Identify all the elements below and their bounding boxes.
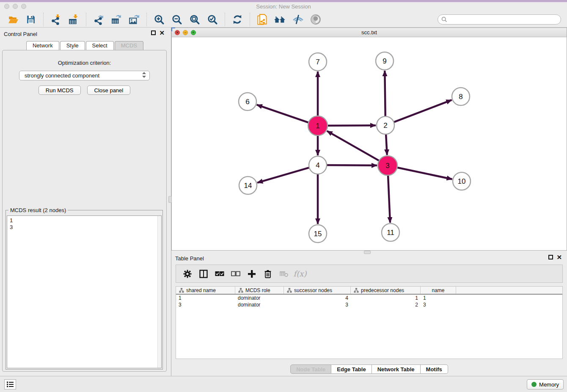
table-cell[interactable]: 1 — [351, 295, 421, 301]
run-mcds-button[interactable]: Run MCDS — [39, 86, 81, 95]
toolbar-separator — [43, 13, 44, 26]
graph-edge-3-10[interactable] — [397, 168, 452, 179]
apply-layout-button[interactable] — [231, 13, 244, 26]
select-all-columns-button[interactable] — [213, 268, 226, 280]
tab-network[interactable]: Network — [26, 41, 59, 50]
status-bar: Memory — [0, 376, 567, 392]
network-view-window: ✕ − + scc.txt 7968124314101511 — [171, 28, 567, 251]
create-column-button[interactable] — [245, 268, 258, 280]
tab-style[interactable]: Style — [60, 41, 85, 50]
open-session-button[interactable] — [6, 13, 20, 26]
network-canvas[interactable]: 7968124314101511 — [172, 37, 567, 250]
table-cell[interactable]: 1 — [176, 295, 235, 301]
search-input[interactable] — [449, 17, 557, 23]
memory-label: Memory — [539, 381, 559, 388]
graph-edge-2-3[interactable] — [386, 134, 387, 155]
table-settings-button[interactable] — [181, 268, 194, 280]
graph-edge-1-6[interactable] — [257, 105, 309, 122]
delete-table-button[interactable] — [278, 268, 290, 280]
network-window-titlebar: ✕ − + scc.txt — [172, 28, 567, 37]
table-cell[interactable]: 4 — [284, 295, 351, 301]
tab-select[interactable]: Select — [86, 41, 114, 50]
deselect-all-columns-button[interactable] — [229, 268, 242, 280]
graph-edge-3-11[interactable] — [388, 175, 390, 223]
tab-node-table[interactable]: Node Table — [290, 364, 331, 374]
table-cell[interactable]: dominator — [235, 295, 284, 301]
zoom-selected-icon — [207, 14, 218, 25]
column-header-name[interactable]: name — [421, 287, 456, 294]
toolbar-separator — [250, 13, 250, 26]
column-header-label: predecessor nodes — [361, 287, 404, 293]
show-all-button[interactable] — [309, 13, 322, 26]
import-table-button[interactable] — [67, 13, 80, 26]
column-header-predecessor-nodes[interactable]: predecessor nodes — [351, 287, 421, 294]
import-network-button[interactable] — [49, 13, 63, 26]
graph-edge-3-1[interactable] — [327, 131, 380, 161]
first-neighbors-button[interactable] — [273, 13, 287, 26]
hide-selected-button[interactable] — [291, 13, 305, 26]
graph-edge-2-9[interactable] — [385, 71, 385, 117]
column-header-shared-name[interactable]: shared name — [176, 287, 235, 294]
zoom-fit-button[interactable] — [188, 13, 201, 26]
column-type-icon — [179, 288, 184, 293]
search-box — [438, 14, 561, 25]
unchecked-boxes-icon — [231, 271, 240, 277]
export-network-button[interactable] — [92, 13, 105, 26]
save-session-button[interactable] — [24, 13, 38, 26]
close-panel-button[interactable]: Close panel — [87, 86, 131, 95]
table-cell[interactable]: 1 — [421, 295, 456, 301]
save-icon — [26, 14, 36, 25]
graph-node-label: 1 — [316, 122, 319, 130]
column-header-label: MCDS role — [245, 287, 270, 293]
export-table-icon — [111, 14, 122, 25]
float-panel-icon[interactable] — [548, 255, 553, 259]
new-network-from-selection-button[interactable] — [256, 13, 269, 26]
show-column-panel-button[interactable] — [197, 268, 210, 280]
mcds-result-list[interactable]: 13 — [7, 215, 162, 368]
table-cell[interactable]: 3 — [176, 301, 235, 308]
graph-edge-1-2[interactable] — [327, 125, 376, 126]
tab-motifs[interactable]: Motifs — [421, 364, 448, 374]
close-panel-icon[interactable]: ✕ — [556, 255, 562, 259]
tab-mcds[interactable]: MCDS — [115, 41, 143, 50]
table-cell[interactable]: 3 — [284, 301, 351, 308]
columns-icon — [199, 270, 208, 278]
tab-network-table[interactable]: Network Table — [372, 364, 421, 374]
zoom-out-button[interactable] — [170, 13, 184, 26]
toolbar-separator — [146, 13, 147, 26]
table-cell[interactable]: 3 — [421, 301, 456, 308]
table-cell[interactable]: dominator — [235, 301, 284, 308]
graph-node-label: 6 — [245, 98, 249, 106]
graph-node-label: 8 — [459, 93, 462, 101]
table-row[interactable]: 1dominator411 — [176, 295, 562, 301]
close-panel-icon[interactable]: ✕ — [159, 30, 165, 35]
table-header-row: shared nameMCDS rolesuccessor nodesprede… — [176, 287, 562, 295]
graph-edge-2-8[interactable] — [394, 100, 452, 122]
delete-column-button[interactable] — [261, 268, 274, 280]
export-image-button[interactable] — [127, 13, 141, 26]
export-image-icon — [129, 14, 140, 25]
refresh-icon — [232, 14, 243, 25]
graph-edge-4-3[interactable] — [326, 165, 377, 166]
table-cell[interactable]: 2 — [351, 301, 421, 308]
column-header-successor-nodes[interactable]: successor nodes — [284, 287, 351, 294]
float-panel-icon[interactable] — [151, 30, 156, 35]
column-type-icon — [238, 288, 243, 293]
export-table-button[interactable] — [110, 13, 123, 26]
criterion-select[interactable]: strongly connected component — [19, 71, 150, 80]
graph-node-label: 3 — [385, 162, 389, 170]
eye-slash-icon — [292, 14, 304, 25]
memory-button[interactable]: Memory — [527, 379, 564, 389]
mcds-result-item: 1 — [10, 217, 161, 224]
task-history-button[interactable] — [4, 379, 16, 389]
zoom-selected-button[interactable] — [206, 13, 219, 26]
control-panel-tabs: NetworkStyleSelectMCDS — [0, 41, 170, 50]
scrollbar-track[interactable] — [157, 216, 161, 368]
function-builder-button[interactable]: f(x) — [294, 268, 306, 280]
search-icon — [441, 17, 447, 22]
table-row[interactable]: 3dominator323 — [176, 301, 562, 308]
graph-edge-4-14[interactable] — [257, 168, 310, 183]
column-header-MCDS-role[interactable]: MCDS role — [235, 287, 284, 294]
zoom-in-button[interactable] — [152, 13, 166, 26]
tab-edge-table[interactable]: Edge Table — [331, 364, 372, 374]
